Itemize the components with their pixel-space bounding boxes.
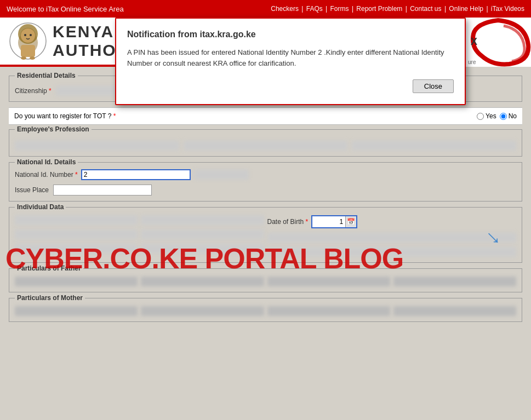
notification-modal: Notification from itax.kra.go.ke A PIN h… xyxy=(115,18,466,105)
modal-overlay: Notification from itax.kra.go.ke A PIN h… xyxy=(0,0,531,420)
modal-message: A PIN has been issued for entered Nation… xyxy=(127,47,454,68)
close-button[interactable]: Close xyxy=(413,79,454,93)
modal-footer: Close xyxy=(127,79,454,93)
modal-title: Notification from itax.kra.go.ke xyxy=(127,30,454,39)
